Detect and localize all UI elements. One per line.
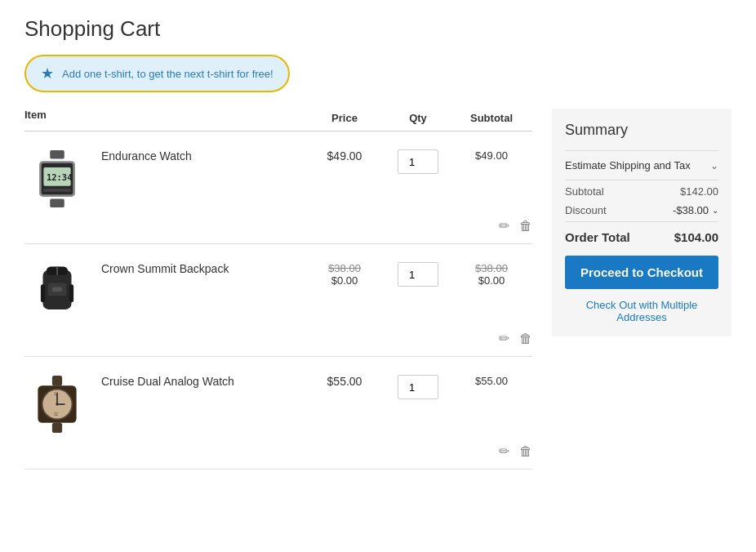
page-title: Shopping Cart (24, 16, 732, 42)
summary-section: Summary Estimate Shipping and Tax ⌄ Subt… (552, 109, 732, 336)
table-row: 12:34 Endurance Watch $49.00 $49.00 ✏ 🗑 (24, 131, 532, 244)
qty-input-2[interactable] (398, 262, 438, 287)
summary-title: Summary (565, 122, 718, 139)
summary-box: Summary Estimate Shipping and Tax ⌄ Subt… (552, 109, 732, 336)
multi-address-link[interactable]: Check Out with Multiple Addresses (565, 299, 718, 323)
edit-button-3[interactable]: ✏ (499, 443, 509, 459)
subtotal-label: Subtotal (565, 185, 604, 198)
header-price: Price (304, 109, 385, 124)
svg-rect-12 (41, 284, 45, 302)
item-actions-3: ✏ 🗑 (24, 437, 532, 462)
item-info: 12:34 Endurance Watch (24, 146, 304, 211)
estimate-shipping-label: Estimate Shipping and Tax (565, 159, 691, 171)
discount-value: -$38.00 ⌄ (673, 204, 718, 216)
item-subtotal-2: $38.00 $0.00 (451, 259, 532, 287)
svg-rect-14 (52, 376, 62, 385)
delete-button-2[interactable]: 🗑 (519, 331, 532, 346)
item-info: Crown Summit Backpack (24, 259, 304, 324)
qty-input-1[interactable] (398, 149, 438, 174)
estimate-shipping-toggle[interactable]: Estimate Shipping and Tax ⌄ (565, 150, 718, 180)
item-actions-2: ✏ 🗑 (24, 324, 532, 349)
order-total-value: $104.00 (674, 230, 718, 244)
item-image-1: 12:34 (24, 146, 90, 211)
edit-button-1[interactable]: ✏ (499, 218, 509, 234)
item-subtotal-1: $49.00 (451, 146, 532, 162)
item-image-2 (24, 259, 90, 324)
item-qty-2[interactable] (385, 259, 451, 287)
order-total-row: Order Total $104.00 (565, 221, 718, 256)
watch-image-3: 12 12 (29, 376, 86, 433)
item-name-1: Endurance Watch (101, 146, 192, 162)
svg-rect-6 (43, 189, 70, 192)
chevron-down-icon: ⌄ (710, 160, 718, 171)
header-item: Item (24, 109, 304, 124)
table-row: 12 12 Cruise Dual Analog Watch $55.00 $5… (24, 357, 532, 470)
delete-button-1[interactable]: 🗑 (519, 218, 532, 234)
svg-rect-1 (50, 199, 64, 208)
star-icon: ★ (41, 65, 54, 82)
item-image-3: 12 12 (24, 372, 90, 437)
checkout-button[interactable]: Proceed to Checkout (565, 256, 718, 289)
delete-button-3[interactable]: 🗑 (519, 443, 532, 459)
discount-label: Discount (565, 204, 607, 216)
order-total-label: Order Total (565, 230, 630, 244)
item-name-3: Cruise Dual Analog Watch (101, 372, 234, 388)
promo-text: Add one t-shirt, to get the next t-shirt… (62, 68, 273, 80)
svg-rect-13 (69, 284, 73, 302)
item-name-2: Crown Summit Backpack (101, 259, 229, 275)
item-price-3: $55.00 (304, 372, 385, 388)
item-qty-3[interactable] (385, 372, 451, 399)
table-row: Crown Summit Backpack $38.00 $0.00 $38.0… (24, 244, 532, 357)
qty-input-3[interactable] (398, 375, 438, 399)
item-price-1: $49.00 (304, 146, 385, 162)
item-actions-1: ✏ 🗑 (24, 211, 532, 237)
svg-rect-11 (52, 287, 62, 292)
promo-banner: ★ Add one t-shirt, to get the next t-shi… (24, 55, 290, 92)
svg-point-21 (56, 403, 59, 406)
item-info: 12 12 Cruise Dual Analog Watch (24, 372, 304, 437)
item-price-2: $38.00 $0.00 (304, 259, 385, 287)
watch-image-1: 12:34 (29, 150, 86, 207)
item-subtotal-3: $55.00 (451, 372, 532, 387)
subtotal-row: Subtotal $142.00 (565, 180, 718, 199)
item-qty-1[interactable] (385, 146, 451, 174)
discount-row: Discount -$38.00 ⌄ (565, 199, 718, 218)
main-layout: Item Price Qty Subtotal 12:34 (24, 109, 732, 470)
cart-header: Item Price Qty Subtotal (24, 109, 532, 131)
svg-text:12: 12 (54, 412, 59, 416)
svg-text:12:34: 12:34 (47, 172, 73, 182)
header-subtotal: Subtotal (451, 109, 532, 124)
svg-rect-0 (50, 150, 64, 159)
backpack-image-2 (29, 263, 86, 320)
subtotal-value: $142.00 (680, 185, 718, 198)
edit-button-2[interactable]: ✏ (499, 331, 509, 346)
cart-section: Item Price Qty Subtotal 12:34 (24, 109, 532, 470)
svg-text:12: 12 (54, 391, 59, 396)
chevron-down-icon: ⌄ (712, 206, 718, 215)
svg-rect-15 (52, 423, 62, 433)
header-qty: Qty (385, 109, 451, 124)
